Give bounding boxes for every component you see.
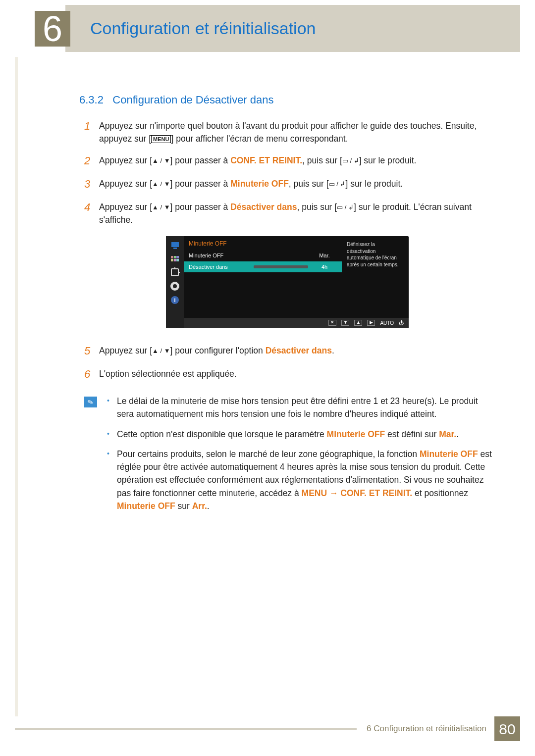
section-number: 6.3.2 bbox=[79, 94, 104, 106]
slider-icon bbox=[254, 265, 308, 268]
text: ] sur le produit. bbox=[345, 179, 403, 189]
step-number: 2 bbox=[84, 152, 99, 169]
bullet-icon: • bbox=[107, 395, 117, 421]
highlighted-term: CONF. ET REINIT. bbox=[230, 155, 302, 165]
text: Appuyez sur [ bbox=[99, 346, 152, 355]
highlighted-term: CONF. ET REINIT. bbox=[340, 488, 412, 498]
note-list: • Le délai de la minuterie de mise hors … bbox=[107, 395, 495, 519]
osd-row-minuterie-off: Minuterie OFF Mar. bbox=[184, 250, 342, 261]
step-3: 3 Appuyez sur [▲ / ▼] pour passer à Minu… bbox=[84, 176, 495, 192]
info-icon: i bbox=[170, 296, 180, 304]
highlighted-term: Minuterie OFF bbox=[117, 501, 175, 511]
osd-title: Minuterie OFF bbox=[184, 236, 342, 250]
updown-key-icon: ▲ / ▼ bbox=[152, 202, 170, 212]
section-title-text: Configuration de Désactiver dans bbox=[112, 94, 273, 106]
highlighted-term: MENU bbox=[302, 488, 327, 498]
osd-bottom-bar: ✕ ▼ ▲ ▶ AUTO ⏻ bbox=[184, 318, 409, 328]
close-icon: ✕ bbox=[328, 320, 336, 326]
step-number: 3 bbox=[84, 176, 99, 192]
text: ] pour passer à bbox=[170, 202, 231, 212]
footer-chapter-text: 6 Configuration et réinitialisation bbox=[367, 722, 486, 735]
note-item: • Cette option n'est disponible que lors… bbox=[107, 428, 495, 441]
footer-rule bbox=[15, 728, 357, 730]
text: . bbox=[332, 346, 334, 355]
step-6: 6 L'option sélectionnée est appliquée. bbox=[84, 366, 495, 382]
text: Pour certains produits, selon le marché … bbox=[117, 449, 420, 459]
page-content: 6.3.2 Configuration de Désactiver dans 1… bbox=[79, 92, 495, 519]
highlighted-term: Minuterie OFF bbox=[230, 179, 289, 189]
osd-help-text: Définissez la désactivation automatique … bbox=[342, 236, 409, 328]
chapter-title-bar: Configuration et réinitialisation bbox=[65, 5, 520, 52]
bullet-icon: • bbox=[107, 428, 117, 441]
gear-icon bbox=[170, 282, 180, 291]
arrow-icon: → bbox=[327, 488, 340, 498]
step-1: 1 Appuyez sur n'importe quel bouton à l'… bbox=[84, 118, 495, 146]
enter-key-icon: ▭ / ↲ bbox=[329, 179, 346, 189]
osd-row-value: 4h bbox=[312, 263, 337, 271]
chapter-title: Configuration et réinitialisation bbox=[90, 16, 316, 41]
updown-key-icon: ▲ / ▼ bbox=[152, 346, 170, 356]
step-body: Appuyez sur n'importe quel bouton à l'av… bbox=[99, 118, 495, 146]
highlighted-term: Minuterie OFF bbox=[420, 449, 478, 459]
enter-key-icon: ▭ / ↲ bbox=[342, 156, 359, 166]
highlighted-term: Désactiver dans bbox=[230, 202, 297, 212]
auto-label: AUTO bbox=[380, 319, 394, 327]
text: . bbox=[456, 429, 459, 439]
text: ] pour configurer l'option bbox=[170, 346, 266, 355]
text: ] pour passer à bbox=[170, 179, 231, 189]
page-number-badge: 80 bbox=[494, 716, 520, 741]
osd-sidebar: i bbox=[166, 236, 184, 328]
up-icon: ▲ bbox=[354, 320, 362, 326]
chapter-number-badge: 6 bbox=[35, 11, 70, 47]
step-4: 4 Appuyez sur [▲ / ▼] pour passer à Désa… bbox=[84, 199, 495, 227]
note-block: • Le délai de la minuterie de mise hors … bbox=[84, 395, 495, 519]
right-icon: ▶ bbox=[367, 320, 375, 326]
step-body: Appuyez sur [▲ / ▼] pour passer à Minute… bbox=[99, 176, 495, 192]
text: . bbox=[207, 501, 210, 511]
decorative-left-stripe bbox=[15, 57, 18, 716]
step-body: Appuyez sur [▲ / ▼] pour configurer l'op… bbox=[99, 343, 495, 359]
text: ] pour passer à bbox=[170, 155, 231, 165]
osd-main-panel: Minuterie OFF Minuterie OFF Mar. Désacti… bbox=[184, 236, 342, 328]
color-grid-icon bbox=[170, 254, 180, 263]
note-item: • Pour certains produits, selon le march… bbox=[107, 448, 495, 512]
bullet-icon: • bbox=[107, 448, 117, 512]
highlighted-term: Arr. bbox=[192, 501, 207, 511]
text: et positionnez bbox=[412, 488, 468, 498]
step-number: 1 bbox=[84, 118, 99, 146]
osd-row-label: Minuterie OFF bbox=[189, 252, 312, 260]
step-5: 5 Appuyez sur [▲ / ▼] pour configurer l'… bbox=[84, 343, 495, 359]
text: , puis sur [ bbox=[289, 179, 329, 189]
power-icon: ⏻ bbox=[399, 319, 404, 327]
text: , puis sur [ bbox=[297, 202, 337, 212]
text: , puis sur [ bbox=[302, 155, 342, 165]
monitor-icon bbox=[170, 240, 180, 249]
text: Cette option n'est disponible que lorsqu… bbox=[117, 428, 459, 441]
osd-row-desactiver-dans: Désactiver dans 4h bbox=[184, 261, 342, 273]
enter-key-icon: ▭ / ↲ bbox=[337, 202, 354, 212]
frame-icon bbox=[170, 268, 180, 277]
note-icon bbox=[84, 397, 97, 407]
step-body: Appuyez sur [▲ / ▼] pour passer à Désact… bbox=[99, 199, 495, 227]
text: Cette option n'est disponible que lorsqu… bbox=[117, 429, 327, 439]
text: ] sur le produit. bbox=[359, 155, 417, 165]
text: Appuyez sur [ bbox=[99, 155, 152, 165]
step-body: Appuyez sur [▲ / ▼] pour passer à CONF. … bbox=[99, 152, 495, 169]
note-item: • Le délai de la minuterie de mise hors … bbox=[107, 395, 495, 421]
text: sur bbox=[175, 501, 192, 511]
updown-key-icon: ▲ / ▼ bbox=[152, 179, 170, 189]
section-heading: 6.3.2 Configuration de Désactiver dans bbox=[79, 92, 495, 108]
text: Pour certains produits, selon le marché … bbox=[117, 448, 495, 512]
highlighted-term: Désactiver dans bbox=[266, 346, 332, 355]
page-footer: 6 Configuration et réinitialisation 80 bbox=[15, 716, 520, 741]
step-list: 1 Appuyez sur n'importe quel bouton à l'… bbox=[84, 118, 495, 226]
highlighted-term: Minuterie OFF bbox=[327, 429, 385, 439]
text: Appuyez sur [ bbox=[99, 179, 152, 189]
text: ] pour afficher l'écran de menu correspo… bbox=[171, 134, 348, 144]
menu-key-icon: MENU bbox=[151, 135, 171, 143]
step-body: L'option sélectionnée est appliquée. bbox=[99, 366, 495, 382]
text: Appuyez sur [ bbox=[99, 202, 152, 212]
step-2: 2 Appuyez sur [▲ / ▼] pour passer à CONF… bbox=[84, 152, 495, 169]
step-number: 4 bbox=[84, 199, 99, 227]
updown-key-icon: ▲ / ▼ bbox=[152, 156, 170, 166]
